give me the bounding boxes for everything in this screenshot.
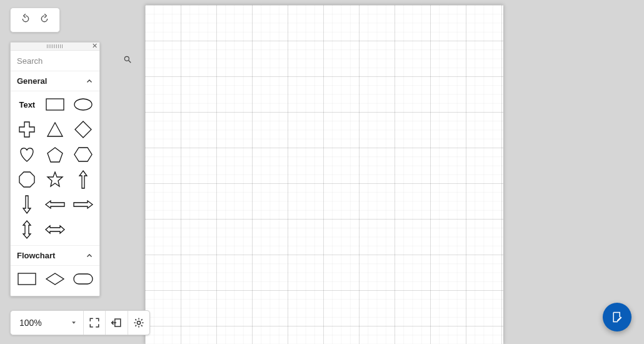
diamond-icon <box>74 121 92 138</box>
zoom-dropdown[interactable]: 100% <box>11 311 84 335</box>
caret-down-icon <box>71 320 77 326</box>
bottom-toolbar: 100% <box>10 310 150 335</box>
arrow-right-icon <box>73 200 93 209</box>
section-title-flowchart: Flowchart <box>17 251 55 260</box>
heart-icon <box>18 146 36 163</box>
shape-text[interactable]: Text <box>15 95 39 114</box>
redo-icon <box>39 14 49 24</box>
gear-icon <box>133 317 144 328</box>
flowchart-shapes-grid <box>11 266 99 296</box>
svg-line-1 <box>129 61 131 63</box>
undo-button[interactable] <box>21 14 31 26</box>
shape-star[interactable] <box>43 170 67 189</box>
hexagon-icon <box>74 146 93 163</box>
search-row <box>11 51 99 71</box>
shape-triangle[interactable] <box>43 120 67 139</box>
undo-redo-toolbar <box>10 8 60 33</box>
rectangle-icon <box>46 98 64 111</box>
shape-heart[interactable] <box>15 145 39 164</box>
canvas[interactable] <box>145 5 503 344</box>
shape-arrow-up[interactable] <box>71 170 95 189</box>
arrow-updown-icon <box>23 220 31 239</box>
settings-button[interactable] <box>128 311 149 335</box>
section-title-general: General <box>17 76 47 86</box>
panel-titlebar[interactable]: ✕ <box>11 43 99 51</box>
fullscreen-icon <box>89 317 100 328</box>
svg-rect-4 <box>18 273 36 285</box>
shape-arrow-right[interactable] <box>71 195 95 214</box>
chevron-up-icon <box>86 78 93 85</box>
search-button[interactable] <box>123 55 132 66</box>
exit-icon <box>111 317 122 328</box>
decision-icon <box>46 273 64 285</box>
redo-button[interactable] <box>39 14 49 26</box>
arrow-up-icon <box>79 170 88 189</box>
search-icon <box>123 55 132 64</box>
general-shapes-grid: Text <box>11 91 99 246</box>
shape-process[interactable] <box>15 270 39 288</box>
chevron-up-icon <box>86 252 93 260</box>
svg-line-14 <box>135 325 136 326</box>
section-header-flowchart[interactable]: Flowchart <box>11 246 99 266</box>
terminator-icon <box>73 273 93 285</box>
panel-close-button[interactable]: ✕ <box>92 42 98 49</box>
section-header-general[interactable]: General <box>11 71 99 91</box>
shape-empty <box>71 220 95 239</box>
shape-arrow-updown[interactable] <box>15 220 39 239</box>
search-input[interactable] <box>16 56 123 66</box>
shape-arrow-down[interactable] <box>15 195 39 214</box>
svg-rect-2 <box>46 99 64 110</box>
arrow-down-icon <box>23 195 31 214</box>
arrow-leftright-icon <box>45 225 65 234</box>
ellipse-icon <box>74 98 93 111</box>
edit-fab[interactable] <box>603 303 631 331</box>
shape-diamond[interactable] <box>71 120 95 139</box>
zoom-value: 100% <box>19 318 42 328</box>
svg-line-12 <box>135 319 136 320</box>
svg-point-7 <box>137 321 140 324</box>
cross-icon <box>18 121 36 138</box>
shape-octagon[interactable] <box>15 170 39 189</box>
octagon-icon <box>18 171 36 188</box>
shape-cross[interactable] <box>15 120 39 139</box>
star-icon <box>46 171 64 188</box>
svg-point-3 <box>74 99 92 110</box>
process-icon <box>18 273 36 285</box>
fullscreen-button[interactable] <box>84 311 106 335</box>
svg-point-0 <box>124 56 129 61</box>
undo-icon <box>21 14 31 24</box>
shapes-panel: ✕ General Text <box>10 42 100 296</box>
shape-hexagon[interactable] <box>71 145 95 164</box>
shape-decision[interactable] <box>43 270 67 288</box>
shape-terminator[interactable] <box>71 270 95 288</box>
shape-arrow-left[interactable] <box>43 195 67 214</box>
triangle-icon <box>46 121 64 138</box>
shape-pentagon[interactable] <box>43 145 67 164</box>
close-icon: ✕ <box>92 42 98 49</box>
shape-arrow-leftright[interactable] <box>43 220 67 239</box>
edit-note-icon <box>611 311 623 323</box>
exit-button[interactable] <box>106 311 128 335</box>
drag-grip-icon <box>47 44 63 48</box>
pentagon-icon <box>46 146 64 163</box>
svg-rect-5 <box>74 274 93 284</box>
shape-ellipse[interactable] <box>71 95 95 114</box>
arrow-left-icon <box>45 200 65 209</box>
shape-rectangle[interactable] <box>43 95 67 114</box>
svg-line-15 <box>141 319 143 320</box>
svg-line-13 <box>141 325 143 326</box>
